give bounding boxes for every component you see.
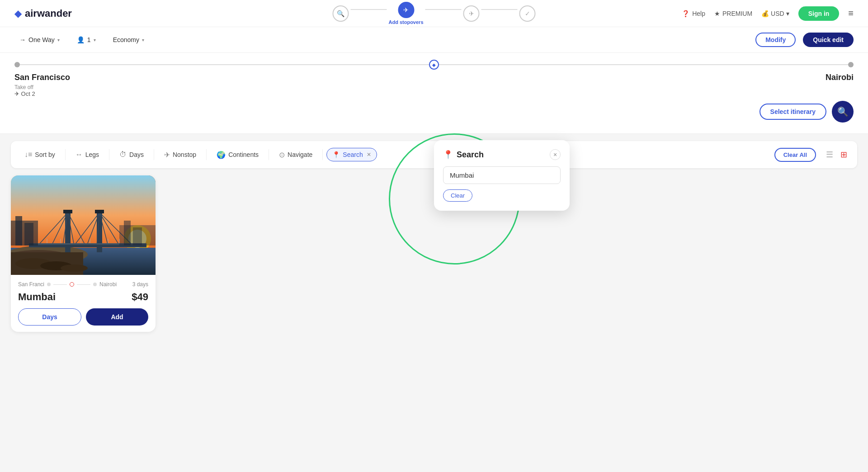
route-display: ◆ San Francisco Take off ✈ Oct 2 Nairobi… [0, 53, 868, 134]
menu-icon[interactable]: ≡ [848, 8, 854, 19]
route-cities: San Francisco Take off ✈ Oct 2 Nairobi [14, 73, 854, 97]
passenger-arrow-icon: ▾ [94, 38, 96, 42]
filter-sep-6 [322, 149, 323, 160]
itinerary-area: Select itinerary 🔍 [14, 101, 854, 123]
view-toggle: ☰ ⊞ [823, 148, 850, 161]
step-1[interactable]: 🔍 [332, 5, 349, 22]
step-4[interactable]: ✓ [519, 5, 536, 22]
help-label: Help [692, 10, 705, 17]
trip-type-selector[interactable]: → One Way ▾ [14, 34, 65, 46]
card-route-line-2 [77, 284, 90, 285]
continents-icon: 🌍 [217, 151, 226, 159]
search-text-input[interactable] [443, 166, 561, 184]
search-filter-close-icon[interactable]: ✕ [367, 151, 371, 158]
navigate-icon: ⊙ [279, 151, 285, 159]
legs-icon: ↔ [75, 151, 83, 159]
help-link[interactable]: ❓ Help [682, 10, 705, 17]
list-view-button[interactable]: ☰ [823, 148, 836, 161]
filter-sep-1 [65, 149, 66, 160]
step-1-icon: 🔍 [332, 5, 349, 22]
days-filter[interactable]: ⏱ Days [113, 147, 150, 162]
currency-arrow-icon: ▾ [786, 10, 789, 17]
svg-point-32 [61, 264, 88, 272]
add-button[interactable]: Add [86, 308, 148, 326]
step-2[interactable]: ✈ Add stopovers [388, 2, 423, 25]
card-route-mid [70, 282, 74, 287]
logo[interactable]: ◆ airwander [14, 8, 72, 19]
search-dropdown: 📍 Search × Clear [434, 140, 570, 211]
search-dropdown-location-icon: 📍 [443, 150, 453, 160]
modify-button[interactable]: Modify [755, 33, 796, 47]
filter-sep-3 [154, 149, 154, 160]
bridge-illustration [11, 175, 156, 275]
days-icon: ⏱ [119, 151, 127, 159]
sort-by-filter[interactable]: ↓≡ Sort by [18, 147, 61, 162]
route-line: ◆ [20, 64, 848, 65]
premium-icon: ★ [714, 10, 720, 17]
search-dropdown-title-text: Search [457, 150, 484, 160]
search-bar: → One Way ▾ 👤 1 ▾ Economy ▾ Modify Quick… [0, 27, 868, 53]
logo-text: airwander [25, 8, 72, 19]
takeoff-date: ✈ Oct 2 [14, 90, 70, 97]
card-route-icons: San Franci Nairobi [18, 281, 117, 288]
currency-selector[interactable]: 💰 USD ▾ [761, 10, 789, 17]
select-itinerary-button[interactable]: Select itinerary [760, 104, 826, 120]
svg-rect-26 [24, 223, 33, 245]
step-line-3 [481, 9, 518, 10]
flight-card: San Franci Nairobi 3 days Mumbai $49 Day… [11, 175, 156, 332]
search-dropdown-close-button[interactable]: × [550, 149, 561, 160]
quick-edit-button[interactable]: Quick edit [803, 33, 854, 47]
filter-sep-5 [269, 149, 269, 160]
premium-link[interactable]: ★ PREMIUM [714, 10, 752, 17]
signin-button[interactable]: Sign in [798, 6, 840, 21]
currency-icon: 💰 [761, 10, 769, 17]
search-filter-label: Search [343, 151, 363, 158]
card-route: San Franci Nairobi 3 days [18, 281, 148, 288]
card-origin-short: San Franci [18, 281, 44, 288]
class-selector[interactable]: Economy ▾ [108, 34, 149, 46]
route-mid-icon: ◆ [429, 60, 439, 70]
grid-view-button[interactable]: ⊞ [838, 148, 850, 161]
card-route-line [53, 284, 67, 285]
search-clear-button[interactable]: Clear [443, 189, 472, 202]
card-route-dot-start [47, 283, 51, 286]
search-active-filter[interactable]: 📍 Search ✕ [326, 148, 377, 161]
search-filter-icon: 📍 [332, 151, 340, 158]
card-destination: Nairobi [99, 281, 117, 288]
passenger-count: 1 [87, 36, 91, 43]
trip-type-arrow-icon: ▾ [57, 38, 60, 42]
legs-filter[interactable]: ↔ Legs [69, 147, 105, 162]
continents-label: Continents [228, 151, 259, 158]
filter-sep-2 [109, 149, 109, 160]
step-4-icon: ✓ [519, 5, 536, 22]
days-button[interactable]: Days [18, 308, 81, 326]
clear-all-button[interactable]: Clear All [774, 148, 816, 162]
navbar: ◆ airwander 🔍 ✈ Add stopovers ✈ ✓ ❓ Help… [0, 0, 868, 27]
premium-label: PREMIUM [722, 10, 752, 17]
days-label: Days [129, 151, 144, 158]
destination-info: Nairobi [826, 73, 854, 82]
help-icon: ❓ [682, 10, 689, 17]
svg-rect-23 [95, 210, 104, 213]
origin-city: San Francisco [14, 73, 70, 82]
card-image [11, 175, 156, 275]
continents-filter[interactable]: 🌍 Continents [210, 147, 265, 163]
step-line-1 [350, 9, 387, 10]
navigate-filter[interactable]: ⊙ Navigate [273, 147, 319, 163]
route-start-dot [14, 62, 20, 67]
origin-info: San Francisco Take off ✈ Oct 2 [14, 73, 70, 97]
svg-rect-25 [15, 216, 22, 245]
step-2-icon: ✈ [398, 2, 414, 18]
search-button[interactable]: 🔍 [832, 101, 854, 123]
nonstop-filter[interactable]: ✈ Nonstop [158, 147, 203, 163]
class-label: Economy [113, 36, 139, 43]
step-3[interactable]: ✈ [463, 5, 480, 22]
svg-rect-29 [133, 227, 142, 245]
one-way-arrow-icon: → [19, 36, 26, 43]
destination-city: Nairobi [826, 73, 854, 82]
passenger-icon: 👤 [77, 36, 85, 43]
svg-rect-22 [63, 210, 72, 213]
passenger-selector[interactable]: 👤 1 ▾ [72, 34, 101, 46]
card-city-name: Mumbai [18, 291, 56, 303]
sort-icon: ↓≡ [24, 151, 32, 159]
